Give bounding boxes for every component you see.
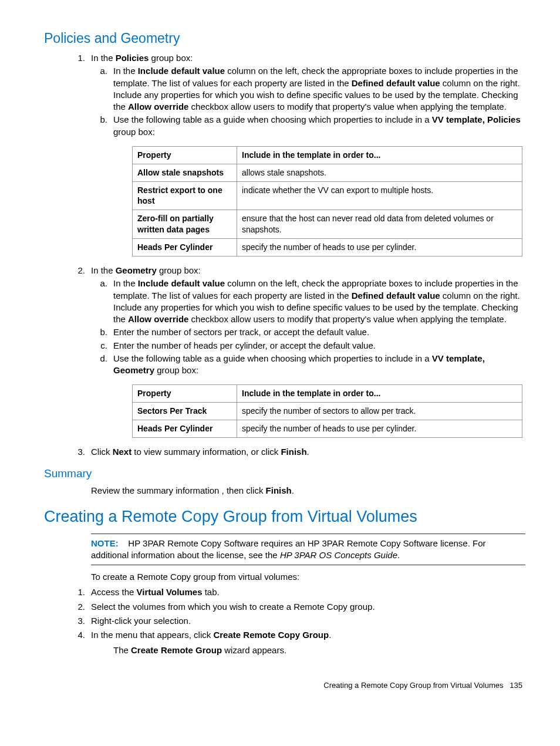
cell: specify the number of heads to use per c…	[237, 239, 522, 256]
marker: 3.	[68, 615, 85, 627]
note-box: NOTE: HP 3PAR Remote Copy Software requi…	[91, 534, 525, 566]
rc-step-4: 4. In the menu that appears, click Creat…	[91, 629, 525, 641]
rc-s4-text: In the menu that appears, click Create R…	[91, 630, 331, 640]
rc-step-1: 1. Access the Virtual Volumes tab.	[91, 586, 525, 598]
step1-text: In the Policies group box:	[91, 53, 193, 63]
cell: Zero-fill on partially written data page…	[133, 210, 237, 239]
cell: Restrict export to one host	[133, 181, 237, 210]
step-2a: a. In the Include default value column o…	[113, 278, 525, 325]
cell: Allow stale snapshots	[133, 164, 237, 181]
cell: Sectors Per Track	[133, 403, 237, 420]
page-footer: Creating a Remote Copy Group from Virtua…	[44, 680, 525, 691]
step1b-text: Use the following table as a guide when …	[113, 114, 521, 136]
step2b-text: Enter the number of sectors per track, o…	[113, 327, 369, 337]
step1a-text: In the Include default value column on t…	[113, 66, 520, 112]
note-text: HP 3PAR Remote Copy Software requires an…	[91, 538, 486, 560]
cell: Heads Per Cylinder	[133, 420, 237, 438]
rc-intro: To create a Remote Copy group from virtu…	[91, 571, 525, 583]
step-1a: a. In the Include default value column o…	[113, 65, 525, 113]
marker: 2.	[68, 601, 85, 613]
marker: 1.	[68, 52, 85, 64]
step-1: 1. In the Policies group box: a. In the …	[91, 52, 525, 138]
summary-text: Review the summary information , then cl…	[91, 485, 525, 497]
marker: 1.	[68, 586, 85, 598]
step3-text: Click Next to view summary information, …	[91, 447, 309, 457]
marker: d.	[91, 353, 107, 364]
marker: 4.	[68, 629, 85, 641]
marker: 2.	[68, 265, 85, 276]
table-row: Zero-fill on partially written data page…	[133, 210, 522, 239]
table-row: Heads Per Cylinder specify the number of…	[133, 420, 522, 438]
cell: specify the number of sectors to allow p…	[237, 403, 522, 420]
rc-step-2: 2. Select the volumes from which you wis…	[91, 601, 525, 613]
note-label: NOTE:	[91, 538, 119, 548]
cell: specify the number of heads to use per c…	[237, 420, 522, 438]
marker: b.	[91, 326, 107, 338]
marker: 3.	[68, 446, 85, 458]
table-row: Heads Per Cylinder specify the number of…	[133, 239, 522, 256]
marker: a.	[91, 65, 107, 77]
marker: b.	[91, 114, 107, 126]
rc-s1-text: Access the Virtual Volumes tab.	[91, 587, 220, 597]
policies-table: Property Include in the template in orde…	[132, 146, 522, 256]
step-2b: b. Enter the number of sectors per track…	[113, 326, 525, 338]
step-2: 2. In the Geometry group box: a. In the …	[91, 265, 525, 376]
cell: ensure that the host can never read old …	[237, 210, 522, 239]
rc-s4-continuation: The Create Remote Group wizard appears.	[113, 644, 525, 656]
marker: c.	[91, 340, 107, 352]
step2c-text: Enter the number of heads per cylinder, …	[113, 340, 376, 350]
cell: indicate whether the VV can export to mu…	[237, 181, 522, 210]
step2a-text: In the Include default value column on t…	[113, 278, 520, 324]
step2-text: In the Geometry group box:	[91, 265, 201, 275]
geometry-table: Property Include in the template in orde…	[132, 384, 522, 438]
table-row: Restrict export to one host indicate whe…	[133, 181, 522, 210]
step-2c: c. Enter the number of heads per cylinde…	[113, 340, 525, 352]
heading-summary: Summary	[44, 466, 525, 481]
rc-step-3: 3. Right-click your selection.	[91, 615, 525, 627]
step-1b: b. Use the following table as a guide wh…	[113, 114, 525, 138]
step2d-text: Use the following table as a guide when …	[113, 353, 485, 375]
step-3: 3. Click Next to view summary informatio…	[91, 446, 525, 458]
table-row: Sectors Per Track specify the number of …	[133, 403, 522, 420]
cell: Heads Per Cylinder	[133, 239, 237, 256]
th-include: Include in the template in order to...	[237, 385, 522, 403]
marker: a.	[91, 278, 107, 289]
step-2d: d. Use the following table as a guide wh…	[113, 353, 525, 377]
th-property: Property	[133, 146, 237, 164]
cell: allows stale snapshots.	[237, 164, 522, 181]
heading-policies-geometry: Policies and Geometry	[44, 29, 525, 48]
rc-s3-text: Right-click your selection.	[91, 616, 191, 626]
table-row: Allow stale snapshots allows stale snaps…	[133, 164, 522, 181]
rc-s2-text: Select the volumes from which you wish t…	[91, 602, 375, 612]
th-include: Include in the template in order to...	[237, 146, 522, 164]
th-property: Property	[133, 385, 237, 403]
heading-remote-copy: Creating a Remote Copy Group from Virtua…	[44, 506, 525, 527]
